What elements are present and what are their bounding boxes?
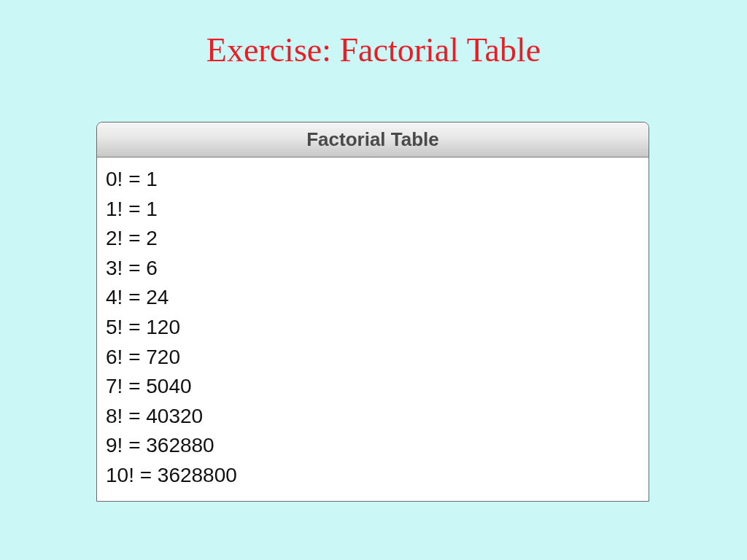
window-content: 0! = 1 1! = 1 2! = 2 3! = 6 4! = 24 5! =… — [97, 158, 649, 501]
output-row: 0! = 1 — [106, 165, 640, 195]
output-row: 2! = 2 — [106, 224, 640, 254]
output-row: 5! = 120 — [106, 313, 640, 343]
slide-title: Exercise: Factorial Table — [0, 0, 747, 77]
window-titlebar: Factorial Table — [97, 122, 649, 158]
output-row: 4! = 24 — [106, 283, 640, 313]
window-title: Factorial Table — [306, 128, 439, 151]
output-row: 1! = 1 — [106, 195, 640, 225]
output-row: 3! = 6 — [106, 254, 640, 284]
output-row: 9! = 362880 — [106, 431, 640, 461]
output-row: 8! = 40320 — [106, 402, 640, 432]
output-row: 10! = 3628800 — [106, 461, 640, 491]
output-row: 7! = 5040 — [106, 372, 640, 402]
output-row: 6! = 720 — [106, 343, 640, 373]
app-window: Factorial Table 0! = 1 1! = 1 2! = 2 3! … — [96, 122, 649, 502]
